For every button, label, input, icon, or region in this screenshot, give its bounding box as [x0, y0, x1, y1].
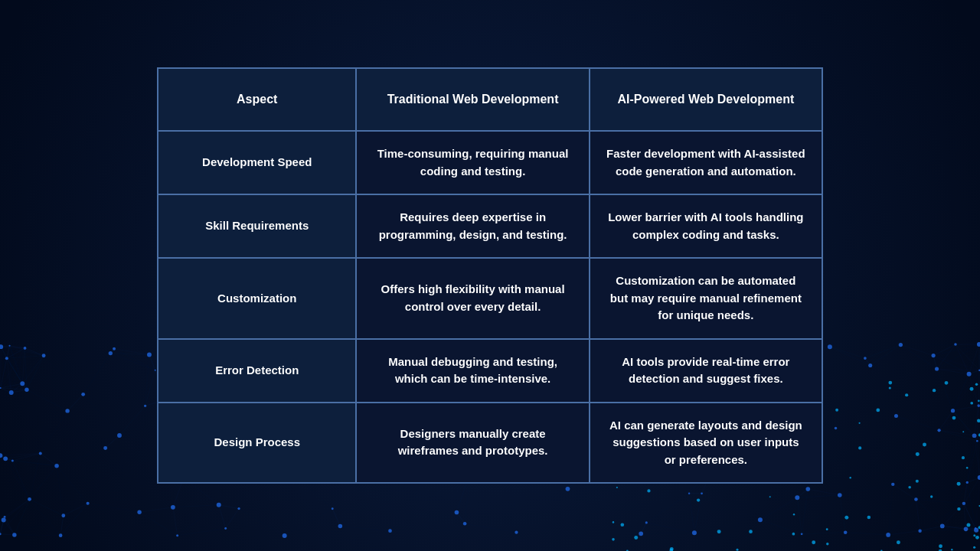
header-traditional: Traditional Web Development — [356, 68, 589, 131]
cell-ai: Lower barrier with AI tools handling com… — [590, 194, 822, 258]
cell-traditional: Manual debugging and testing, which can … — [356, 339, 589, 403]
comparison-table: Aspect Traditional Web Development AI-Po… — [157, 67, 823, 484]
table-row: Design ProcessDesigners manually create … — [158, 403, 822, 484]
cell-traditional: Time-consuming, requiring manual coding … — [356, 131, 589, 194]
header-ai: AI-Powered Web Development — [590, 68, 822, 131]
cell-traditional: Offers high flexibility with manual cont… — [356, 258, 589, 339]
table-row: Development SpeedTime-consuming, requiri… — [158, 131, 822, 194]
table-header-row: Aspect Traditional Web Development AI-Po… — [158, 68, 822, 131]
cell-traditional: Designers manually create wireframes and… — [356, 403, 589, 484]
cell-aspect: Development Speed — [158, 131, 356, 194]
cell-aspect: Skill Requirements — [158, 194, 356, 258]
cell-aspect: Design Process — [158, 403, 356, 484]
cell-aspect: Error Detection — [158, 339, 356, 403]
cell-traditional: Requires deep expertise in programming, … — [356, 194, 589, 258]
cell-ai: AI can generate layouts and design sugge… — [590, 403, 822, 484]
table-row: Error DetectionManual debugging and test… — [158, 339, 822, 403]
cell-ai: Faster development with AI-assisted code… — [590, 131, 822, 194]
cell-ai: Customization can be automated but may r… — [590, 258, 822, 339]
cell-ai: AI tools provide real-time error detecti… — [590, 339, 822, 403]
header-aspect: Aspect — [158, 68, 356, 131]
cell-aspect: Customization — [158, 258, 356, 339]
table-row: CustomizationOffers high flexibility wit… — [158, 258, 822, 339]
comparison-table-wrapper: Aspect Traditional Web Development AI-Po… — [157, 67, 823, 484]
table-row: Skill RequirementsRequires deep expertis… — [158, 194, 822, 258]
